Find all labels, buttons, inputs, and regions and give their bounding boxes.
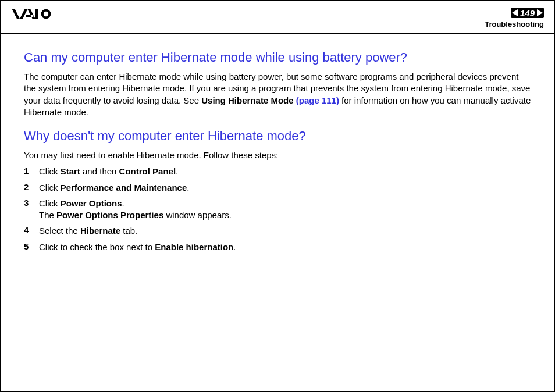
step-text: Click Start and then Control Panel.	[39, 166, 531, 177]
step-4: 4 Select the Hibernate tab.	[24, 225, 531, 237]
question-2-title: Why doesn't my computer enter Hibernate …	[24, 129, 531, 144]
step-number: 2	[24, 182, 39, 194]
page-nav[interactable]: 149	[511, 8, 544, 18]
step-number: 5	[24, 241, 39, 253]
step-text: Click Power Options.The Power Options Pr…	[39, 198, 531, 222]
step-number: 1	[24, 166, 39, 177]
prev-page-icon[interactable]	[512, 9, 518, 16]
steps-list: 1 Click Start and then Control Panel. 2 …	[24, 166, 531, 253]
step-text: Select the Hibernate tab.	[39, 225, 531, 237]
step-text: Click to check the box next to Enable hi…	[39, 241, 531, 253]
section-label: Troubleshooting	[485, 20, 544, 28]
step-text: Click Performance and Maintenance.	[39, 182, 531, 194]
question-2-intro: You may first need to enable Hibernate m…	[24, 149, 531, 161]
q1-bold: Using Hibernate Mode	[201, 95, 293, 105]
question-1-body: The computer can enter Hibernate mode wh…	[24, 71, 531, 118]
step-3: 3 Click Power Options.The Power Options …	[24, 198, 531, 222]
next-page-icon[interactable]	[537, 9, 543, 16]
page-info: 149 Troubleshooting	[485, 8, 544, 28]
step-number: 3	[24, 198, 39, 222]
page-content: Can my computer enter Hibernate mode whi…	[1, 34, 554, 269]
step-5: 5 Click to check the box next to Enable …	[24, 241, 531, 253]
page-header: 149 Troubleshooting	[1, 1, 554, 34]
page-number: 149	[520, 8, 535, 18]
step-number: 4	[24, 225, 39, 237]
step-1: 1 Click Start and then Control Panel.	[24, 166, 531, 177]
page-link-111[interactable]: (page 111)	[294, 95, 339, 105]
step-2: 2 Click Performance and Maintenance.	[24, 182, 531, 194]
svg-rect-0	[35, 9, 38, 19]
vaio-logo	[11, 8, 69, 20]
question-1-title: Can my computer enter Hibernate mode whi…	[24, 50, 531, 65]
